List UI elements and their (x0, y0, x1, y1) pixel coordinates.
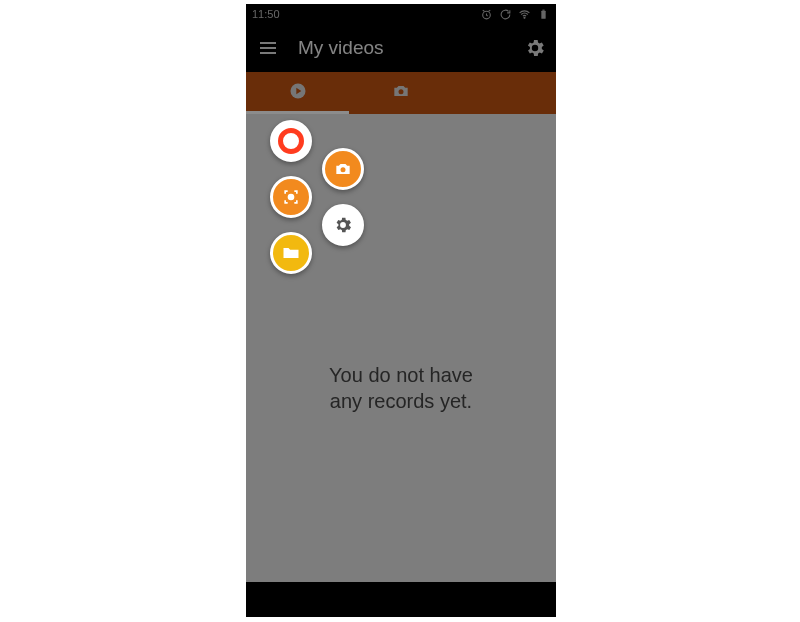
wifi-icon (518, 8, 531, 21)
camera-icon (391, 81, 411, 105)
svg-point-7 (289, 195, 294, 200)
gear-icon (333, 215, 353, 235)
tab-videos[interactable] (246, 72, 349, 114)
play-icon (288, 81, 308, 105)
status-bar: 11:50 (246, 4, 556, 24)
tab-empty[interactable] (453, 72, 556, 114)
record-icon (278, 128, 304, 154)
alarm-icon (480, 8, 493, 21)
phone-frame: 11:50 My videos (246, 4, 556, 617)
app-bar: My videos (246, 24, 556, 72)
empty-line-1: You do not have (329, 362, 473, 388)
capture-focus-icon (281, 187, 301, 207)
svg-point-5 (398, 89, 403, 94)
empty-state: You do not have any records yet. (329, 362, 473, 414)
tab-screenshots[interactable] (349, 72, 452, 114)
tab-bar (246, 72, 556, 114)
svg-rect-3 (542, 9, 544, 10)
bubble-settings-button[interactable] (322, 204, 364, 246)
sync-icon (499, 8, 512, 21)
svg-point-6 (341, 167, 346, 172)
status-time: 11:50 (252, 8, 280, 20)
stage: 11:50 My videos (0, 0, 800, 622)
settings-icon[interactable] (524, 37, 546, 59)
screenshot-button[interactable] (322, 148, 364, 190)
svg-point-1 (524, 17, 525, 18)
hamburger-icon[interactable] (256, 36, 280, 60)
empty-line-2: any records yet. (329, 388, 473, 414)
android-nav-bar (246, 582, 556, 617)
folder-icon (281, 243, 301, 263)
record-button[interactable] (270, 120, 312, 162)
camera-icon (333, 159, 353, 179)
svg-rect-2 (541, 10, 545, 18)
status-icons (480, 8, 550, 21)
page-title: My videos (298, 37, 384, 59)
folder-button[interactable] (270, 232, 312, 274)
battery-icon (537, 8, 550, 21)
capture-main-button[interactable] (270, 176, 312, 218)
